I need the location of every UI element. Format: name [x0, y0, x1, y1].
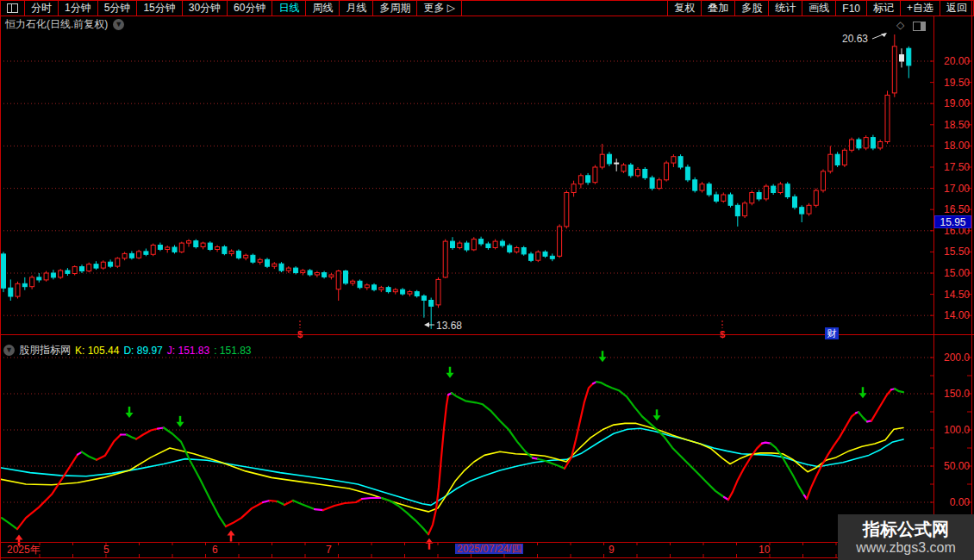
- date-axis-label: 5: [103, 544, 109, 555]
- watermark-title: 指标公式网: [863, 519, 949, 539]
- indicator-name: 股朋指标网: [19, 343, 71, 358]
- right-border: [971, 0, 972, 560]
- period-tab-更多 ▷[interactable]: 更多 ▷: [417, 1, 462, 16]
- price-axis-label: 20.00: [937, 56, 970, 66]
- period-tab-15分钟[interactable]: 15分钟: [137, 1, 182, 16]
- chevron-down-icon[interactable]: ▼: [113, 19, 124, 30]
- date-axis-label: 2025年: [7, 544, 41, 555]
- action-button-画线[interactable]: 画线: [802, 1, 835, 16]
- main-chart-area[interactable]: [0, 31, 933, 333]
- date-axis-label: 6: [212, 544, 218, 555]
- dividend-marker[interactable]: $: [294, 329, 306, 339]
- dividend-marker[interactable]: $: [716, 329, 728, 339]
- chart-title-row: 恒力石化(日线.前复权) ▼: [5, 17, 124, 32]
- period-tab-多周期[interactable]: 多周期: [373, 1, 417, 16]
- layout-button[interactable]: [1, 1, 25, 16]
- indicator-axis-label: 0.00: [937, 497, 970, 507]
- indicator-axis-label: 150.0: [937, 389, 970, 399]
- indicator-chart-area[interactable]: [0, 357, 933, 542]
- low-price-annotation: 13.68: [436, 320, 462, 332]
- action-button-+自选[interactable]: +自选: [900, 1, 940, 16]
- indicator-header: ▼ 股朋指标网 K: 105.44 D: 89.97 J: 151.83 : 1…: [3, 343, 252, 358]
- price-axis-label: 15.00: [937, 268, 970, 278]
- action-button-标记[interactable]: 标记: [866, 1, 900, 16]
- date-axis-label: 9: [609, 544, 615, 555]
- price-axis-label: 17.50: [937, 162, 970, 172]
- action-button-返回[interactable]: 返回: [940, 1, 973, 16]
- period-tab-日线[interactable]: 日线: [272, 1, 306, 16]
- price-axis-label: 14.00: [937, 310, 970, 320]
- price-axis-label: 18.50: [937, 120, 970, 130]
- collapse-chevron-icon[interactable]: ▼: [3, 345, 15, 356]
- action-button-复权[interactable]: 复权: [667, 1, 701, 16]
- indicator-axis-label: 100.0: [937, 425, 970, 435]
- price-axis-label: 19.00: [937, 98, 970, 109]
- period-tabs: 分时1分钟5分钟15分钟30分钟60分钟日线周线月线多周期更多 ▷: [25, 1, 462, 16]
- period-toolbar: 分时1分钟5分钟15分钟30分钟60分钟日线周线月线多周期更多 ▷ 复权叠加多股…: [0, 0, 974, 16]
- price-axis-label: 19.50: [937, 78, 970, 88]
- extra-value: : 151.83: [214, 345, 251, 357]
- period-tab-分时[interactable]: 分时: [25, 1, 59, 16]
- price-axis-label: 16.50: [937, 204, 970, 215]
- date-axis-label: 10: [759, 544, 770, 555]
- price-axis-label: 17.00: [937, 184, 970, 194]
- app-window: 分时1分钟5分钟15分钟30分钟60分钟日线周线月线多周期更多 ▷ 复权叠加多股…: [0, 0, 974, 560]
- action-buttons: 复权叠加多股统计画线F10标记+自选返回: [667, 1, 973, 16]
- watermark-url: www.zbgs3.com: [856, 539, 956, 557]
- price-axis-label: 18.00: [937, 140, 970, 151]
- pane-split-icon[interactable]: [913, 22, 926, 31]
- j-value: J: 151.83: [167, 345, 209, 357]
- high-price-annotation: 20.63: [842, 33, 868, 45]
- report-marker[interactable]: 财: [825, 327, 839, 339]
- indicator-axis-label: 200.0: [937, 352, 970, 363]
- action-button-多股[interactable]: 多股: [734, 1, 768, 16]
- price-axis-line: [933, 16, 934, 558]
- period-tab-月线[interactable]: 月线: [340, 1, 373, 16]
- toolbar-spacer: [462, 1, 667, 16]
- watermark-badge: 指标公式网 www.zbgs3.com: [838, 514, 974, 560]
- price-axis-label: 15.50: [937, 246, 970, 257]
- indicator-axis-label: 50.00: [937, 461, 970, 471]
- period-tab-1分钟[interactable]: 1分钟: [59, 1, 98, 16]
- period-tab-5分钟[interactable]: 5分钟: [98, 1, 138, 16]
- action-button-统计[interactable]: 统计: [768, 1, 802, 16]
- period-tab-30分钟[interactable]: 30分钟: [183, 1, 228, 16]
- period-tab-周线[interactable]: 周线: [306, 1, 340, 16]
- date-axis-label: 7: [326, 544, 332, 555]
- stock-title: 恒力石化(日线.前复权): [5, 17, 108, 32]
- current-price-tag: 15.95: [934, 215, 971, 228]
- diamond-icon[interactable]: ◇: [896, 19, 904, 31]
- d-value: D: 89.97: [123, 345, 162, 357]
- price-axis-label: 14.50: [937, 289, 970, 300]
- bottom-axis-line: [0, 557, 974, 558]
- period-tab-60分钟[interactable]: 60分钟: [228, 1, 272, 16]
- date-axis-label-selected: 2025/07/24/四: [455, 544, 523, 554]
- action-button-叠加[interactable]: 叠加: [701, 1, 734, 16]
- split-window-icon: [7, 3, 18, 13]
- k-value: K: 105.44: [75, 345, 119, 357]
- action-button-F10[interactable]: F10: [835, 1, 866, 16]
